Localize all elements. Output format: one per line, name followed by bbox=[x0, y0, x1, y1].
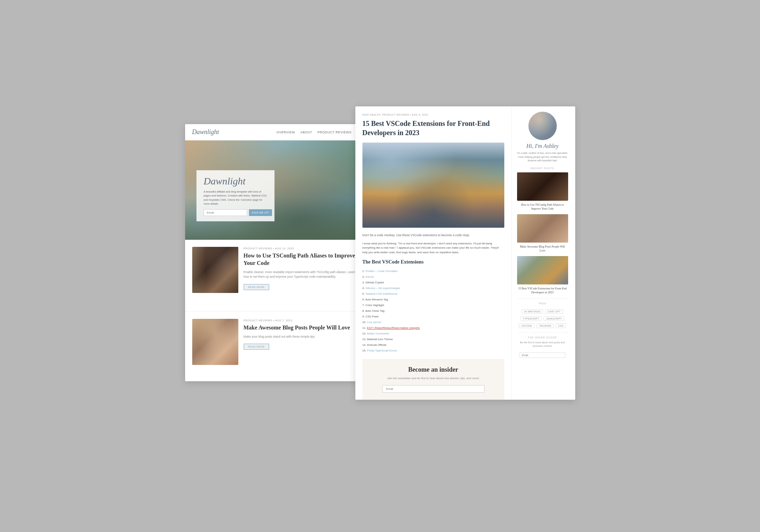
post-meta-1: PRODUCT REVIEWS • AUG 14, 2023 bbox=[244, 247, 361, 250]
ext-link-2[interactable]: ESLint bbox=[365, 275, 374, 278]
ext-link-11[interactable]: ES7+ React/Redux/React-Native snippets bbox=[367, 326, 420, 329]
article-meta: HAIR HEALTH, PRODUCT REVIEWS • AUG 5, 20… bbox=[362, 113, 504, 116]
ext-4: 4. GitLens – Git supercharged bbox=[362, 286, 504, 291]
ext-2: 2. ESLint bbox=[362, 274, 504, 280]
sidebar-tag-javascript[interactable]: JAVASCRIPT bbox=[544, 316, 564, 321]
ext-13: 13. Material Icon Theme bbox=[362, 337, 504, 342]
site-logo[interactable]: Dawnlight bbox=[192, 128, 219, 136]
sidebar-tag-css[interactable]: CSS bbox=[556, 323, 566, 328]
article-main: HAIR HEALTH, PRODUCT REVIEWS • AUG 5, 20… bbox=[355, 106, 511, 400]
sidebar-tag-vscode[interactable]: VSCODE bbox=[519, 323, 534, 328]
sidebar-avatar bbox=[528, 112, 557, 140]
post-content-2: PRODUCT REVIEWS • AUG 7, 2023 Make Aweso… bbox=[244, 319, 361, 350]
ext-link-15[interactable]: Pretty TypeScript Errors bbox=[367, 349, 397, 352]
inside-scoop-email[interactable] bbox=[520, 353, 566, 358]
article-intro: Don't be a code monkey. Use these VSCode… bbox=[362, 233, 504, 238]
sidebar-tag-typescript[interactable]: TYPESCRIPT bbox=[521, 316, 542, 321]
sidebar-post-title-3[interactable]: 15 Best VSCode Extensions for Front-End … bbox=[517, 287, 568, 294]
books-thumbnail bbox=[192, 247, 238, 293]
ext-11: 11. ES7+ React/Redux/React-Native snippe… bbox=[362, 325, 504, 331]
recent-posts-title: RECENT POSTS bbox=[517, 167, 568, 170]
inside-scoop-desc: Be the first to know about new posts and… bbox=[517, 341, 568, 348]
list-heading: The Best VSCode Extensions bbox=[362, 259, 504, 265]
women-thumbnail bbox=[192, 319, 238, 365]
hero-overlay: Dawnlight A beautiful affiliate and blog… bbox=[196, 170, 274, 221]
sidebar-tag-chatgpt[interactable]: CHAT GPT bbox=[545, 309, 563, 314]
sidebar-post-title-1[interactable]: How to Use TSConfig Path Aliases to Impr… bbox=[517, 203, 568, 211]
sidebar-tags: AI WRITINGS CHAT GPT TYPESCRIPT JAVASCRI… bbox=[517, 307, 568, 329]
ext-9: 9. CSS Peek bbox=[362, 314, 504, 320]
ext-6: 6. Auto Rename Tag bbox=[362, 297, 504, 303]
article-hero-image bbox=[362, 143, 504, 228]
extensions-list: 1. Prettier – Code Formatter 2. ESLint 3… bbox=[362, 268, 504, 354]
hero-email-input[interactable] bbox=[204, 209, 247, 216]
ext-link-10[interactable]: Live Server bbox=[367, 321, 381, 324]
inside-scoop-title: THE INSIDE SCOOP bbox=[517, 336, 568, 339]
post-title-2: Make Awesome Blog Posts People Will Love bbox=[244, 324, 361, 332]
nav-overview[interactable]: OVERVIEW bbox=[276, 131, 295, 134]
right-article-panel: HAIR HEALTH, PRODUCT REVIEWS • AUG 5, 20… bbox=[355, 106, 575, 400]
sidebar-tag-tailwind[interactable]: TAILWIND bbox=[537, 323, 554, 328]
read-more-button-2[interactable]: READ MORE bbox=[244, 344, 270, 350]
article-title: 15 Best VSCode Extensions for Front-End … bbox=[362, 119, 504, 137]
ext-12: 12. Better Comments bbox=[362, 331, 504, 337]
post-meta-2: PRODUCT REVIEWS • AUG 7, 2023 bbox=[244, 319, 361, 322]
sidebar-inside-scoop: THE INSIDE SCOOP Be the first to know ab… bbox=[517, 332, 568, 358]
hero-form: SIGN ME UP! bbox=[204, 209, 267, 216]
ext-3: 3. GitHub Copilot bbox=[362, 280, 504, 286]
sidebar-post-title-2[interactable]: Make Awesome Blog Posts People Will Love bbox=[517, 245, 568, 253]
ext-1: 1. Prettier – Code Formatter bbox=[362, 268, 504, 274]
post-thumbnail-2 bbox=[192, 319, 238, 365]
sidebar-author-name: Hi, I'm Ashley bbox=[517, 143, 568, 149]
hero-title: Dawnlight bbox=[204, 176, 267, 187]
read-more-button-1[interactable]: READ MORE bbox=[244, 284, 270, 290]
ext-link-4[interactable]: GitLens – Git supercharged bbox=[365, 287, 400, 290]
post-thumbnail-1 bbox=[192, 247, 238, 293]
sidebar-bio: I'm a wife, mother of two, and a hair sp… bbox=[517, 151, 568, 163]
sidebar-tags-title: TAGS bbox=[517, 298, 568, 305]
sidebar-thumb-2 bbox=[517, 214, 568, 243]
sidebar-thumb-3 bbox=[517, 256, 568, 284]
insider-desc: Join the newsletter and be first to hear… bbox=[370, 376, 497, 381]
ext-14: 14. Dracula Official bbox=[362, 342, 504, 348]
ext-7: 7. Color Highlight bbox=[362, 303, 504, 308]
post-excerpt-2: Make your blog posts stand out with thes… bbox=[244, 334, 361, 339]
ext-link-12[interactable]: Better Comments bbox=[367, 332, 389, 335]
ext-link-5[interactable]: Tailwind CSS IntelliSense bbox=[365, 292, 398, 295]
post-excerpt-1: Enable cleaner, more readable import sta… bbox=[244, 270, 361, 279]
article-body: I know what you're thinking: "I'm a real… bbox=[362, 242, 504, 255]
hero-signup-button[interactable]: SIGN ME UP! bbox=[249, 209, 272, 216]
ext-10: 10. Live Server bbox=[362, 320, 504, 325]
nav-about[interactable]: ABOUT bbox=[300, 131, 312, 134]
nav-product-reviews[interactable]: PRODUCT REVIEWS bbox=[317, 131, 351, 134]
post-content-1: PRODUCT REVIEWS • AUG 14, 2023 How to Us… bbox=[244, 247, 361, 290]
article-layout: HAIR HEALTH, PRODUCT REVIEWS • AUG 5, 20… bbox=[355, 106, 575, 400]
insider-section: Become an insider Join the newsletter an… bbox=[362, 359, 504, 400]
article-sidebar: Hi, I'm Ashley I'm a wife, mother of two… bbox=[511, 106, 573, 400]
hero-description: A beautiful affiliate and blog template … bbox=[204, 190, 267, 206]
ext-link-1[interactable]: Prettier – Code Formatter bbox=[365, 270, 398, 273]
ext-8: 8. Auto Close Tag bbox=[362, 308, 504, 314]
post-title-1: How to Use TSConfig Path Aliases to Impr… bbox=[244, 252, 361, 267]
ext-15: 15. Pretty TypeScript Errors bbox=[362, 348, 504, 354]
insider-title: Become an insider bbox=[370, 366, 497, 373]
ext-5: 5. Tailwind CSS IntelliSense bbox=[362, 291, 504, 297]
sidebar-thumb-1 bbox=[517, 172, 568, 201]
sidebar-tag-ai[interactable]: AI WRITINGS bbox=[522, 309, 543, 314]
insider-email-input[interactable] bbox=[382, 385, 484, 393]
